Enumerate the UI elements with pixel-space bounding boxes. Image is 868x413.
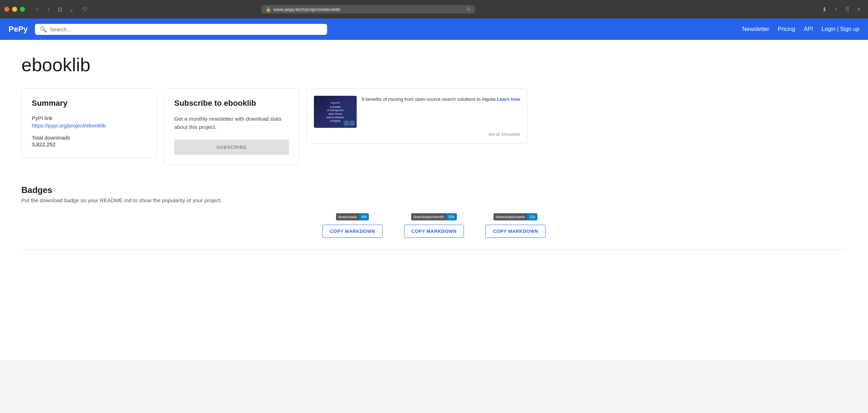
tab-shield-icon: 🛡 bbox=[83, 6, 88, 12]
ad-logo: algolia bbox=[331, 101, 340, 104]
badge-image-month: downloads/month 58k bbox=[411, 213, 457, 220]
badges-desc: Put the download badge on your README.md… bbox=[21, 197, 847, 203]
ad-learn-link[interactable]: Learn how bbox=[497, 96, 520, 102]
ad-image: algolia 8 benefitsof moving fromopen sou… bbox=[314, 96, 357, 128]
ads-by: Ads by EthicalAds bbox=[314, 132, 520, 136]
lock-icon: 🔒 bbox=[265, 7, 271, 12]
subscribe-button[interactable]: SUBSCRIBE bbox=[174, 140, 289, 155]
copy-markdown-week[interactable]: COPY MARKDOWN bbox=[485, 225, 546, 238]
browser-chrome: ‹ › ⊡ ⌄ 🛡 🔒 www.pepy.tech/projects/ebook… bbox=[0, 0, 868, 19]
close-button[interactable] bbox=[4, 7, 9, 12]
pricing-link[interactable]: Pricing bbox=[778, 26, 795, 32]
summary-title: Summary bbox=[32, 99, 146, 108]
badge-right-month: 58k bbox=[446, 213, 457, 220]
badge-left-month: downloads/month bbox=[411, 213, 446, 220]
badge-left-total: downloads bbox=[336, 213, 359, 220]
maximize-button[interactable] bbox=[20, 7, 25, 12]
download-button[interactable]: ⬇ bbox=[820, 4, 830, 14]
share-button[interactable]: ↑ bbox=[831, 4, 841, 14]
badge-left-week: downloads/week bbox=[494, 213, 527, 220]
badge-right-week: 15k bbox=[527, 213, 538, 220]
grid-button[interactable]: ⠿ bbox=[842, 4, 852, 14]
badge-right-total: 4M bbox=[359, 213, 369, 220]
copy-markdown-total[interactable]: COPY MARKDOWN bbox=[322, 225, 383, 238]
ad-image-text: 8 benefitsof moving fromopen sourcesearc… bbox=[326, 105, 345, 123]
url-text: www.pepy.tech/projects/ebooklib bbox=[273, 7, 464, 12]
back-button[interactable]: ‹ bbox=[32, 4, 42, 14]
total-downloads-label: Total downloads bbox=[32, 135, 146, 141]
forward-button[interactable]: › bbox=[43, 4, 53, 14]
copy-markdown-month[interactable]: COPY MARKDOWN bbox=[404, 225, 464, 238]
ad-card: algolia 8 benefitsof moving fromopen sou… bbox=[306, 88, 527, 144]
api-link[interactable]: API bbox=[804, 26, 813, 32]
navbar: PePy 🔍 Newsletter Pricing API Login | Si… bbox=[0, 19, 868, 40]
badges-row: downloads 4M COPY MARKDOWN downloads/mon… bbox=[21, 213, 847, 238]
search-bar[interactable]: 🔍 bbox=[35, 24, 327, 35]
ad-shapes bbox=[344, 121, 355, 126]
search-icon: 🔍 bbox=[40, 26, 47, 33]
badge-image-week: downloads/week 15k bbox=[494, 213, 537, 220]
badge-image-total: downloads 4M bbox=[336, 213, 369, 220]
summary-card: Summary PyPI link https://pypi.org/proje… bbox=[21, 88, 157, 158]
badge-item-month: downloads/month 58k COPY MARKDOWN bbox=[404, 213, 464, 238]
badges-title: Badges bbox=[21, 185, 847, 195]
traffic-lights bbox=[4, 7, 25, 12]
window-chevron-button[interactable]: ⌄ bbox=[66, 4, 76, 14]
pypi-label: PyPI link bbox=[32, 115, 146, 121]
window-view-button[interactable]: ⊡ bbox=[55, 4, 65, 14]
subscribe-title: Subscribe to ebooklib bbox=[174, 99, 289, 108]
project-title: ebooklib bbox=[21, 54, 847, 75]
page-content: ebooklib Summary PyPI link https://pypi.… bbox=[0, 40, 868, 360]
minimize-button[interactable] bbox=[12, 7, 17, 12]
badge-item-week: downloads/week 15k COPY MARKDOWN bbox=[485, 213, 546, 238]
navbar-links: Newsletter Pricing API Login | Sign up bbox=[742, 26, 859, 32]
subscribe-desc: Get a monthly newsletter with download s… bbox=[174, 115, 289, 131]
ad-text: 8 benefits of moving from open-source se… bbox=[362, 96, 520, 103]
section-divider bbox=[21, 249, 847, 250]
newsletter-link[interactable]: Newsletter bbox=[742, 26, 769, 32]
cards-row: Summary PyPI link https://pypi.org/proje… bbox=[21, 88, 847, 165]
new-tab-button[interactable]: + bbox=[854, 4, 864, 14]
ad-inner: algolia 8 benefitsof moving fromopen sou… bbox=[314, 96, 520, 128]
subscribe-card: Subscribe to ebooklib Get a monthly news… bbox=[164, 88, 299, 165]
reload-button[interactable]: ↻ bbox=[466, 6, 471, 12]
pypi-link[interactable]: https://pypi.org/project/ebooklib bbox=[32, 122, 106, 129]
address-bar[interactable]: 🔒 www.pepy.tech/projects/ebooklib ↻ bbox=[261, 5, 475, 14]
login-link[interactable]: Login | Sign up bbox=[822, 26, 859, 32]
badges-section: Badges Put the download badge on your RE… bbox=[21, 182, 847, 250]
total-downloads-value: 3,822,252 bbox=[32, 141, 146, 147]
site-logo[interactable]: PePy bbox=[9, 25, 28, 34]
badge-item-total: downloads 4M COPY MARKDOWN bbox=[322, 213, 383, 238]
search-input[interactable] bbox=[50, 26, 322, 32]
